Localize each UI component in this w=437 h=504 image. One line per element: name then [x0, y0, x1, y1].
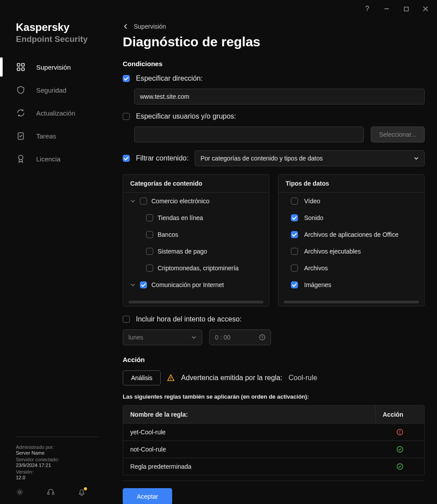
category-checkbox[interactable] [146, 214, 153, 221]
titlebar: ? [0, 0, 437, 18]
svg-rect-6 [17, 68, 20, 71]
chevron-down-icon [414, 157, 419, 160]
specify-users-checkbox[interactable] [123, 113, 130, 120]
dtype-checkbox[interactable] [291, 198, 298, 205]
svg-rect-5 [22, 63, 24, 66]
chevron-down-icon [130, 200, 136, 203]
table-row[interactable]: yet-Cool-rule [123, 423, 424, 441]
maximize-icon[interactable] [403, 5, 410, 12]
include-time-label: Incluir hora del intento de acceso: [136, 315, 241, 323]
nav-tasks[interactable]: Tareas [0, 124, 115, 147]
clock-icon [259, 334, 265, 340]
categories-header: Categorías de contenido [123, 175, 269, 192]
nav-label: Tareas [36, 132, 56, 140]
data-type-row[interactable]: Vídeo [279, 193, 424, 209]
dtype-checkbox[interactable] [291, 231, 298, 238]
data-type-row[interactable]: Archivos [279, 260, 424, 276]
brand: Kaspersky Endpoint Security [0, 21, 115, 56]
table-row[interactable]: Regla predeterminada [123, 458, 424, 475]
category-child-row[interactable]: Criptomonedas, criptominería [123, 260, 269, 276]
specify-address-label: Especificar dirección: [136, 75, 203, 82]
status-allow-icon [376, 458, 424, 475]
address-input[interactable] [134, 89, 425, 105]
support-icon[interactable] [47, 488, 55, 496]
badge-icon [16, 154, 26, 164]
specify-address-checkbox[interactable] [123, 75, 130, 82]
th-action: Acción [376, 406, 424, 423]
svg-point-10 [19, 491, 21, 493]
brand-main: Kaspersky [16, 21, 99, 34]
status-allow-icon [376, 441, 424, 458]
dtype-checkbox[interactable] [291, 281, 298, 288]
nav-update[interactable]: Actualización [0, 101, 115, 124]
close-icon[interactable] [422, 5, 429, 12]
categories-panel: Categorías de contenido Comercio electró… [123, 174, 269, 306]
chevron-left-icon [124, 23, 128, 30]
breadcrumb[interactable]: Supervisión [123, 21, 433, 34]
svg-rect-1 [404, 7, 408, 11]
svg-rect-4 [17, 63, 20, 66]
warning-text: Advertencia emitida por la regla: [181, 374, 282, 382]
time-input[interactable]: 0 : 00 [209, 329, 271, 345]
settings-icon[interactable] [16, 488, 24, 496]
category-child-row[interactable]: Bancos [123, 226, 269, 243]
chevron-down-icon [130, 284, 136, 287]
nav-supervision[interactable]: Supervisión [0, 56, 115, 78]
nav-license[interactable]: Licencia [0, 147, 115, 170]
category-checkbox[interactable] [140, 198, 147, 205]
section-conditions: Condiciones [123, 60, 425, 67]
nav-label: Supervisión [36, 63, 71, 71]
notifications-icon[interactable] [78, 488, 86, 496]
help-icon[interactable]: ? [364, 5, 371, 12]
filter-content-label: Filtrar contenido: [136, 154, 188, 162]
shield-icon [16, 85, 26, 95]
users-input[interactable] [134, 127, 364, 142]
specify-users-label: Especificar usuarios y/o grupos: [136, 112, 236, 120]
page-title: Diagnóstico de reglas [123, 34, 433, 57]
category-checkbox[interactable] [146, 265, 153, 272]
category-checkbox[interactable] [146, 248, 153, 255]
data-type-row[interactable]: Archivos ejecutables [279, 243, 424, 260]
scrollbar-horizontal[interactable] [128, 301, 264, 303]
warning-icon [167, 374, 175, 382]
dtype-checkbox[interactable] [291, 248, 298, 255]
table-row[interactable]: not-Cool-rule [123, 441, 424, 458]
day-select[interactable]: lunes [123, 329, 202, 345]
data-type-row[interactable]: Sonido [279, 209, 424, 226]
data-type-row[interactable]: Archivos de aplicaciones de Office [279, 226, 424, 243]
svg-rect-7 [22, 68, 24, 71]
category-row[interactable]: Comercio electrónico [123, 193, 269, 209]
chevron-down-icon [191, 336, 196, 339]
category-child-row[interactable]: Tiendas en línea [123, 209, 269, 226]
brand-sub: Endpoint Security [16, 34, 99, 44]
include-time-checkbox[interactable] [123, 316, 130, 323]
minimize-icon[interactable] [383, 5, 390, 12]
footer-info: Administrado por: Server Name Servidor c… [16, 437, 99, 480]
refresh-icon [16, 108, 26, 118]
nav-label: Seguridad [36, 86, 66, 94]
svg-point-15 [170, 379, 171, 380]
data-type-row[interactable]: Imágenes [279, 276, 424, 293]
category-checkbox[interactable] [140, 281, 147, 288]
rules-description: Las siguientes reglas también se aplicar… [123, 393, 425, 400]
accept-button[interactable]: Aceptar [123, 488, 172, 504]
category-child-row[interactable]: Sistemas de pago [123, 243, 269, 260]
nav-security[interactable]: Seguridad [0, 78, 115, 101]
analyze-button[interactable]: Análisis [123, 370, 161, 385]
dtype-checkbox[interactable] [291, 265, 298, 272]
filter-content-checkbox[interactable] [123, 155, 130, 162]
section-action: Acción [123, 356, 425, 363]
category-row[interactable]: Comunicación por Internet [123, 276, 269, 293]
data-types-panel: Tipos de datos Vídeo Sonido Archivos de … [278, 174, 425, 306]
nav-label: Actualización [36, 109, 75, 117]
rules-table: Nombre de la regla: Acción yet-Cool-rule… [123, 405, 425, 475]
filter-content-select[interactable]: Por categorías de contenido y tipos de d… [195, 150, 425, 166]
svg-point-9 [19, 155, 23, 160]
svg-point-18 [399, 433, 400, 434]
category-checkbox[interactable] [146, 231, 153, 238]
status-block-icon [376, 424, 424, 441]
dtype-checkbox[interactable] [291, 214, 298, 221]
clipboard-icon [16, 131, 26, 141]
select-users-button[interactable]: Seleccionar... [371, 127, 425, 142]
scrollbar-horizontal[interactable] [284, 301, 419, 303]
